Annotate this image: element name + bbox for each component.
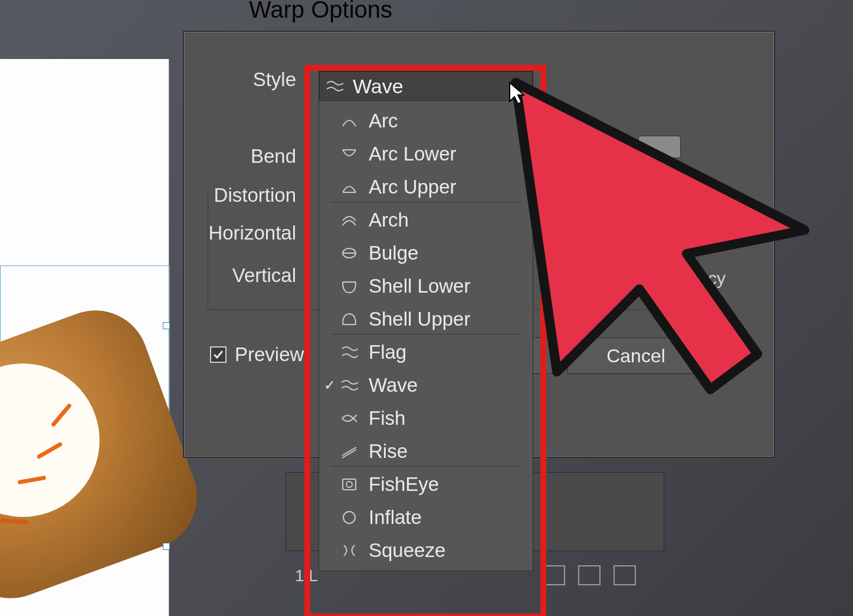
arch-icon [340, 212, 358, 228]
style-option-rise[interactable]: Rise [319, 435, 533, 468]
panel-menu-icon[interactable] [613, 565, 636, 585]
artwork-ticks [12, 342, 153, 484]
style-option-label: Arc Lower [369, 143, 457, 165]
squeeze-icon [340, 543, 358, 558]
style-option-label: Rise [369, 440, 408, 463]
style-option-label: Shell Lower [369, 275, 470, 297]
style-option-fisheye[interactable]: FishEye [319, 468, 533, 501]
preview-checkbox-row[interactable]: Preview [210, 343, 304, 366]
delete-layer-icon[interactable] [578, 565, 601, 585]
wave-icon [326, 78, 343, 94]
wave-icon [340, 378, 358, 393]
canvas-area [0, 59, 169, 616]
style-dropdown-selected-label: Wave [353, 75, 403, 98]
selection-handle[interactable] [163, 322, 170, 329]
style-option-arch[interactable]: Arch [319, 204, 533, 237]
arc-lower-icon [340, 146, 358, 162]
style-option-shell-upper[interactable]: Shell Upper [319, 303, 533, 336]
style-option-label: Bulge [369, 242, 418, 264]
style-option-inflate[interactable]: Inflate [319, 501, 533, 534]
bend-label: Bend [219, 145, 296, 168]
bulge-icon [340, 245, 358, 261]
style-option-bulge[interactable]: Bulge [319, 237, 533, 270]
style-option-label: Arc Upper [369, 176, 457, 198]
style-option-wave[interactable]: ✓Wave [319, 369, 533, 402]
style-option-label: Arc [369, 110, 398, 132]
system-cursor-icon [508, 81, 525, 105]
svg-point-3 [346, 481, 352, 487]
style-option-label: Fish [369, 407, 405, 430]
layers-status-text: 1 L [295, 566, 318, 585]
style-option-fish[interactable]: Fish [319, 402, 533, 435]
style-dropdown[interactable]: Wave ▼ ArcArc LowerArc UpperArchBulgeShe… [319, 71, 533, 571]
style-option-arc-upper[interactable]: Arc Upper [319, 171, 533, 204]
rise-icon [340, 444, 358, 459]
arc-icon [340, 113, 358, 129]
style-option-squeeze[interactable]: Squeeze [319, 534, 533, 567]
style-option-label: Flag [369, 341, 406, 363]
arc-upper-icon [340, 179, 358, 195]
shell-upper-icon [340, 312, 358, 327]
flag-icon [340, 345, 358, 360]
app-background: Warp Options Style Bend Distortion Horiz… [0, 0, 853, 616]
tutorial-cursor-arrow [510, 77, 816, 407]
style-option-label: FishEye [369, 473, 439, 496]
style-option-label: Wave [369, 374, 418, 397]
selection-handle[interactable] [163, 543, 170, 550]
shell-lower-icon [340, 278, 358, 294]
dialog-title: Warp Options [249, 0, 392, 23]
style-option-label: Shell Upper [369, 308, 470, 330]
style-option-flag[interactable]: Flag [319, 336, 533, 369]
new-layer-icon[interactable] [543, 565, 565, 585]
fish-icon [340, 411, 358, 426]
preview-label: Preview [235, 343, 304, 366]
style-option-arc[interactable]: Arc [319, 104, 533, 137]
inflate-icon [340, 510, 358, 525]
style-option-arc-lower[interactable]: Arc Lower [319, 137, 533, 171]
checkmark-icon: ✓ [324, 377, 336, 394]
style-option-label: Arch [369, 209, 409, 231]
svg-point-4 [343, 512, 355, 523]
style-option-label: Squeeze [369, 539, 445, 562]
style-label: Style [219, 68, 296, 91]
style-dropdown-selected[interactable]: Wave ▼ [319, 71, 533, 101]
style-option-shell-lower[interactable]: Shell Lower [319, 270, 533, 303]
svg-rect-2 [343, 479, 356, 490]
fisheye-icon [340, 477, 358, 492]
style-option-label: Inflate [369, 506, 422, 529]
style-dropdown-list: ArcArc LowerArc UpperArchBulgeShell Lowe… [319, 101, 533, 571]
preview-checkbox[interactable] [210, 346, 227, 363]
